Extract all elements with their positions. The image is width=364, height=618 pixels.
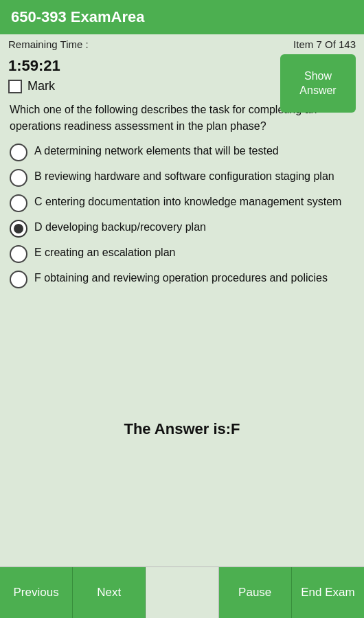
option-row-a[interactable]: A determining network elements that will… (10, 143, 354, 161)
option-row-c[interactable]: C entering documentation into knowledge … (10, 194, 354, 212)
timer-row: 1:59:21 Mark Show Answer (0, 54, 364, 93)
mark-row[interactable]: Mark (8, 79, 60, 93)
info-bar: Remaining Time : Item 7 Of 143 (0, 34, 364, 54)
radio-e[interactable] (10, 245, 27, 263)
timer-display: 1:59:21 (8, 57, 60, 75)
option-row-e[interactable]: E creating an escalation plan (10, 244, 354, 263)
mark-label: Mark (27, 79, 55, 93)
timer-section: 1:59:21 Mark (8, 57, 60, 93)
option-text-f: F obtaining and reviewing operation proc… (34, 270, 354, 286)
option-text-a: A determining network elements that will… (34, 143, 354, 159)
answer-section: The Answer is:F (0, 291, 364, 566)
option-text-b: B reviewing hardware and software config… (34, 168, 354, 184)
radio-b[interactable] (10, 169, 27, 187)
spacer (146, 567, 218, 618)
option-row-d[interactable]: D developing backup/recovery plan (10, 219, 354, 238)
app-header: 650-393 ExamArea (0, 0, 364, 34)
mark-checkbox[interactable] (8, 80, 22, 93)
options-section: A determining network elements that will… (0, 140, 364, 291)
option-text-e: E creating an escalation plan (34, 244, 354, 260)
radio-d[interactable] (10, 220, 27, 238)
end-exam-button[interactable]: End Exam (292, 567, 364, 618)
option-row-b[interactable]: B reviewing hardware and software config… (10, 168, 354, 187)
answer-text: The Answer is:F (124, 420, 240, 438)
app-title: 650-393 ExamArea (11, 8, 144, 25)
pause-button[interactable]: Pause (219, 567, 292, 618)
next-button[interactable]: Next (73, 567, 146, 618)
option-text-c: C entering documentation into knowledge … (34, 194, 354, 209)
previous-button[interactable]: Previous (0, 567, 73, 618)
remaining-label: Remaining Time : (8, 38, 89, 50)
item-indicator: Item 7 Of 143 (293, 38, 356, 50)
option-row-f[interactable]: F obtaining and reviewing operation proc… (10, 270, 354, 288)
radio-a[interactable] (10, 144, 27, 161)
bottom-bar: Previous Next Pause End Exam (0, 566, 364, 618)
option-text-d: D developing backup/recovery plan (34, 219, 354, 235)
radio-f[interactable] (10, 271, 27, 288)
show-answer-button[interactable]: Show Answer (280, 54, 356, 113)
radio-c[interactable] (10, 194, 27, 212)
